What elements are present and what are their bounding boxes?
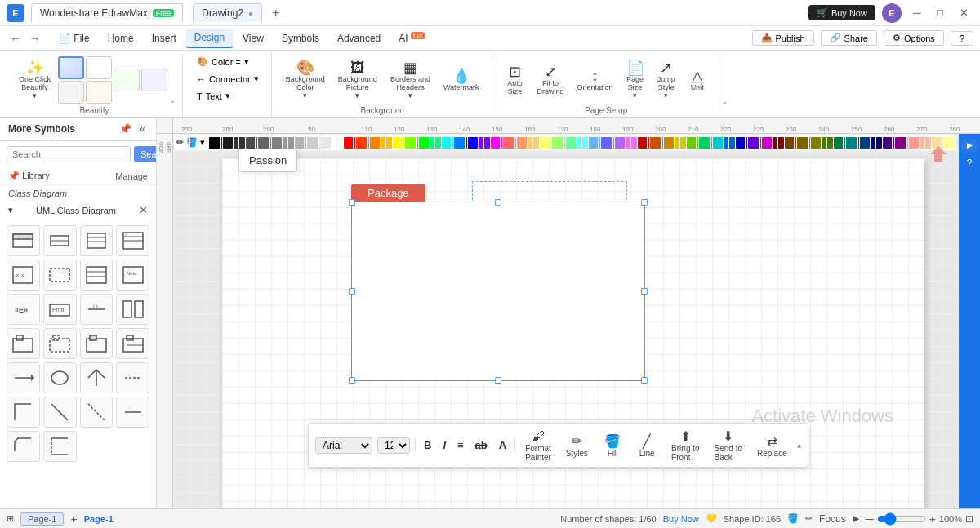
shape-item-19[interactable] (80, 362, 114, 393)
handle-br[interactable] (641, 377, 648, 384)
ribbon-expand-button[interactable]: ⌄ (721, 96, 728, 105)
shape-item-8[interactable]: Note (116, 260, 149, 291)
tab-close-icon[interactable]: ● (248, 9, 253, 18)
handle-mr[interactable] (641, 288, 648, 295)
shape-item-11[interactable]: ( ) (80, 294, 114, 325)
shape-item-3[interactable] (80, 225, 114, 256)
pin-button[interactable]: 📌 (117, 122, 134, 135)
share-button[interactable]: 🔗 Share (821, 30, 877, 46)
package-shape[interactable]: Package (351, 184, 645, 381)
send-back-tool[interactable]: ⬇ Send toBack (710, 427, 747, 464)
app-tab-edrawmax[interactable]: Wondershare EdrawMax Free (31, 3, 183, 22)
menu-ai[interactable]: AI hot (390, 29, 433, 47)
handle-tr[interactable] (641, 199, 648, 206)
publish-button[interactable]: 📤 Publish (752, 30, 814, 46)
maximize-button[interactable]: □ (932, 7, 948, 19)
align-button[interactable]: ≡ (454, 437, 467, 453)
add-page-button[interactable]: + (70, 512, 77, 526)
styles-tool[interactable]: ✏ Styles (561, 432, 593, 459)
shape-item-2[interactable] (43, 225, 77, 256)
shape-item-22[interactable] (43, 397, 77, 428)
minimize-button[interactable]: ─ (908, 7, 925, 19)
shape-item-21[interactable] (7, 397, 40, 428)
orientation-button[interactable]: ↕ Orientation (572, 65, 619, 95)
style-preset-6[interactable] (141, 69, 167, 91)
bold-button[interactable]: B (421, 437, 434, 453)
buy-now-status-link[interactable]: Buy Now (663, 514, 699, 524)
font-size-selector[interactable]: 12 (377, 437, 410, 454)
manage-link[interactable]: Manage (115, 171, 148, 181)
rp-help-button[interactable]: ? (964, 155, 975, 171)
shape-item-12[interactable] (116, 294, 149, 325)
shape-item-5[interactable]: «I» (7, 260, 40, 291)
watermark-button[interactable]: 💧 Watermark (438, 65, 485, 95)
underline-button[interactable]: A (496, 437, 510, 453)
shape-item-7[interactable] (80, 260, 114, 291)
user-avatar[interactable]: E (882, 3, 902, 23)
zoom-slider[interactable] (877, 512, 926, 526)
italic-button[interactable]: I (439, 437, 449, 453)
borders-headers-button[interactable]: ▦ Borders andHeaders ▾ (385, 57, 436, 103)
shape-item-25[interactable] (7, 431, 40, 462)
menu-view[interactable]: View (234, 29, 272, 47)
page-tab-1[interactable]: Page-1 (20, 512, 64, 526)
close-button[interactable]: ✕ (955, 7, 973, 19)
search-button[interactable]: Search (134, 146, 157, 162)
shape-item-10[interactable]: Prim (43, 294, 77, 325)
handle-tc[interactable] (495, 199, 501, 206)
shape-item-20[interactable] (116, 362, 149, 393)
menu-design[interactable]: Design (186, 29, 233, 48)
uml-close-button[interactable]: ✕ (139, 204, 148, 216)
shape-item-13[interactable] (7, 328, 40, 359)
buy-now-button[interactable]: 🛒 Buy Now (808, 5, 875, 20)
shape-item-4[interactable]: ≡ (116, 225, 149, 256)
connector-button[interactable]: ↔ Connector ▾ (191, 71, 265, 87)
bring-front-tool[interactable]: ⬆ Bring toFront (666, 427, 704, 464)
shape-item-23[interactable] (80, 397, 114, 428)
panel-toggle-icon[interactable]: ⊞ (7, 513, 14, 524)
shape-item-24[interactable]: · (116, 397, 149, 428)
style-preset-5[interactable] (114, 69, 140, 91)
shape-item-1[interactable] (7, 225, 40, 256)
strikethrough-button[interactable]: ab (472, 437, 491, 453)
fit-view-button[interactable]: ⊡ (965, 513, 973, 525)
menu-file[interactable]: 📄 File (51, 29, 98, 47)
collapse-sidebar-button[interactable]: « (137, 122, 148, 135)
handle-bc[interactable] (495, 377, 501, 384)
fit-to-drawing-button[interactable]: ⤢ Fit toDrawing (532, 61, 570, 99)
shape-item-14[interactable] (43, 328, 77, 359)
one-click-beautify-button[interactable]: ✨ One ClickBeautify ▾ (13, 57, 56, 103)
toolbar-expand[interactable]: ▴ (797, 441, 801, 450)
shape-item-9[interactable]: «E» (7, 294, 40, 325)
drawing-tab[interactable]: Drawing2 ● (193, 3, 262, 22)
style-preset-3[interactable] (58, 81, 84, 104)
style-preset-4[interactable] (86, 81, 112, 104)
package-body[interactable] (351, 202, 645, 381)
color-button[interactable]: 🎨 Color = ▾ (191, 54, 265, 69)
menu-advanced[interactable]: Advanced (329, 29, 389, 47)
menu-home[interactable]: Home (100, 29, 142, 47)
handle-tl[interactable] (349, 199, 355, 206)
fill-tool[interactable]: 🪣 Fill (598, 432, 627, 459)
canvas-area[interactable]: Passion Package (173, 134, 959, 508)
handle-bl[interactable] (349, 377, 355, 384)
theme-dropdown[interactable]: Passion (238, 149, 297, 172)
help-button[interactable]: ? (951, 31, 973, 46)
format-painter-tool[interactable]: 🖌 FormatPainter (520, 428, 556, 464)
focus-button[interactable]: Focus (819, 513, 846, 525)
shape-item-6[interactable] (43, 260, 77, 291)
style-preset-1[interactable] (58, 56, 84, 79)
unit-button[interactable]: △ Unit (683, 65, 712, 95)
add-tab-button[interactable]: + (269, 6, 283, 20)
menu-symbols[interactable]: Symbols (274, 29, 327, 47)
replace-tool[interactable]: ⇄ Replace (752, 432, 792, 459)
text-button[interactable]: T Text ▾ (191, 88, 265, 104)
page-size-button[interactable]: 📄 PageSize ▾ (621, 57, 650, 103)
beautify-expand-arrow[interactable]: ⌄ (169, 95, 176, 104)
shape-item-26[interactable] (43, 431, 77, 462)
auto-size-button[interactable]: ⊡ AutoSize (501, 61, 530, 99)
handle-ml[interactable] (349, 288, 355, 295)
zoom-in-button[interactable]: + (929, 512, 936, 526)
shape-item-17[interactable] (7, 362, 40, 393)
shape-item-16[interactable] (116, 328, 149, 359)
